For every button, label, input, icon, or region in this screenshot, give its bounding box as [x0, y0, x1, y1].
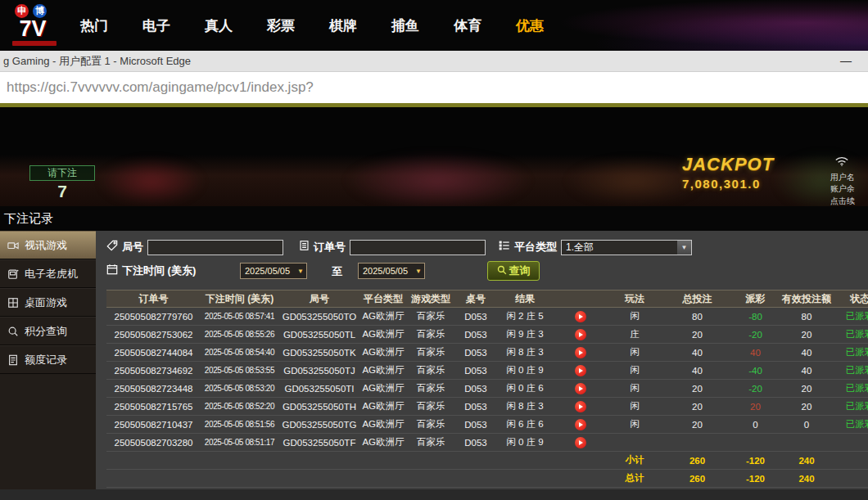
cell-bet: 20	[662, 380, 733, 398]
cell-method: 闲	[608, 398, 662, 416]
cell-bet: 40	[662, 362, 733, 380]
play-result-button[interactable]	[575, 419, 586, 430]
cell-round: GD053255050TG	[278, 416, 360, 434]
cell-valid: 20	[778, 326, 835, 344]
play-result-button[interactable]	[575, 401, 586, 412]
cell-table: D053	[455, 398, 496, 416]
cell-platform: AG欧洲厅	[360, 326, 406, 344]
cell-status: 已派彩	[835, 380, 868, 398]
platform-type-select[interactable]: 1.全部 ▼	[561, 240, 692, 255]
date-to-select[interactable]: 2025/05/05 ▼	[358, 263, 425, 279]
cell-round: GD053255050TK	[278, 344, 360, 362]
cell-round: GD053255050TI	[278, 380, 360, 398]
cell-valid: 40	[778, 362, 835, 380]
cell-valid: 0	[778, 416, 835, 434]
wifi-icon	[835, 156, 868, 171]
minimize-button[interactable]: —	[835, 51, 857, 70]
cell-round: GD053255050TJ	[278, 362, 360, 380]
nav-item-board[interactable]: 棋牌	[329, 16, 357, 35]
video-camera-icon	[7, 240, 19, 251]
browser-titlebar: g Gaming - 用户配置 1 - Microsoft Edge —	[0, 51, 868, 72]
platform-type-value: 1.全部	[566, 241, 594, 253]
table-row: 2505050827440842025-05-05 08:54:40GD0532…	[106, 344, 868, 362]
user-panel-renew-label[interactable]: 点击续	[830, 196, 868, 207]
order-number-input[interactable]	[350, 240, 486, 255]
chevron-down-icon: ▼	[415, 264, 422, 279]
cell-bet	[662, 434, 733, 452]
cell-platform: AG欧洲厅	[360, 434, 406, 452]
url-text: https://gci.7vvvvvv.com/agingame/pcv1/in…	[7, 72, 314, 103]
sidebar-item-video-games[interactable]: 视讯游戏	[0, 231, 96, 259]
nav-item-hot[interactable]: 热门	[80, 16, 108, 35]
cell-table: D053	[455, 380, 496, 398]
order-number-filter: 订单号	[299, 239, 486, 255]
nav-item-slots[interactable]: 电子	[142, 16, 170, 35]
table-row: 2505050827234482025-05-05 08:53:20GD0532…	[106, 380, 868, 398]
date-from-select[interactable]: 2025/05/05 ▼	[240, 263, 307, 279]
sidebar-item-label: 桌面游戏	[25, 295, 67, 310]
cell-order: 250505082715765	[106, 398, 201, 416]
play-icon	[579, 440, 583, 445]
cell-method: 闲	[608, 416, 662, 434]
cell-play	[554, 434, 608, 452]
browser-address-bar[interactable]: https://gci.7vvvvvv.com/agingame/pcv1/in…	[0, 72, 868, 103]
col-header-play	[554, 291, 608, 308]
sidebar-item-table-games[interactable]: 桌面游戏	[0, 288, 96, 317]
play-icon	[579, 314, 583, 319]
sidebar-item-slot-machines[interactable]: 电子老虎机	[0, 259, 96, 288]
chevron-down-icon: ▼	[297, 264, 304, 279]
main-panel: 局号 订单号	[96, 231, 868, 500]
page-title: 下注记录	[0, 206, 868, 231]
nav-item-live[interactable]: 真人	[205, 16, 233, 35]
sidebar-item-points-query[interactable]: 积分查询	[0, 317, 96, 345]
cell-game: 百家乐	[406, 344, 455, 362]
round-number-input[interactable]	[147, 240, 283, 255]
nav-item-sports[interactable]: 体育	[454, 16, 481, 35]
cell-status: 已派彩	[835, 362, 868, 380]
play-result-button[interactable]	[575, 365, 586, 376]
play-result-button[interactable]	[575, 383, 586, 394]
cell-order: 250505082734692	[106, 362, 201, 380]
cell-method: 闲	[608, 344, 662, 362]
play-result-button[interactable]	[575, 311, 586, 322]
search-button-label: 查询	[509, 264, 531, 278]
play-result-button[interactable]	[575, 329, 586, 340]
col-header-valid: 有效投注额	[778, 291, 835, 308]
cell-valid: 20	[778, 398, 835, 416]
cell-payout: 20	[733, 398, 778, 416]
sidebar-item-quota-records[interactable]: 额度记录	[0, 345, 96, 374]
cell-round: GD053255050TO	[278, 308, 360, 326]
subtotal-row: 小计260-120240	[106, 452, 868, 470]
sidebar-item-label: 电子老虎机	[25, 267, 78, 282]
nav-menu: 热门电子真人彩票棋牌捕鱼体育优惠	[80, 0, 544, 51]
list-icon	[499, 240, 510, 255]
cell-result: 闲 2 庄 5	[496, 308, 554, 326]
play-result-button[interactable]	[575, 437, 586, 448]
nav-item-lottery[interactable]: 彩票	[267, 16, 295, 35]
cell-time: 2025-05-05 08:53:55	[201, 362, 278, 380]
play-icon	[579, 386, 583, 391]
table-row: 2505050827157652025-05-05 08:52:20GD0532…	[106, 398, 868, 416]
to-label: 至	[332, 264, 342, 279]
cell-status: 已派彩	[835, 326, 868, 344]
subtotal-row-bet: 260	[662, 452, 733, 470]
cell-game: 百家乐	[406, 362, 455, 380]
cell-result: 闲 9 庄 3	[496, 326, 554, 344]
cell-time: 2025-05-05 08:51:17	[201, 434, 278, 452]
calendar-icon	[106, 264, 118, 278]
cell-play	[554, 398, 608, 416]
site-logo[interactable]: 申博 7V	[5, 2, 64, 49]
total-row: 总计260-120240	[106, 470, 868, 488]
cell-status	[835, 434, 868, 452]
cell-game: 百家乐	[406, 308, 455, 326]
cell-table: D053	[455, 416, 496, 434]
logo-brand: 7V	[5, 18, 61, 40]
cell-payout: -20	[733, 380, 778, 398]
nav-item-promo[interactable]: 优惠	[516, 16, 544, 35]
cell-method: 闲	[608, 380, 662, 398]
nav-item-fishing[interactable]: 捕鱼	[391, 16, 419, 35]
search-button[interactable]: 查询	[487, 261, 540, 281]
play-icon	[579, 350, 583, 355]
play-result-button[interactable]	[575, 347, 586, 358]
cell-bet: 20	[662, 326, 733, 344]
